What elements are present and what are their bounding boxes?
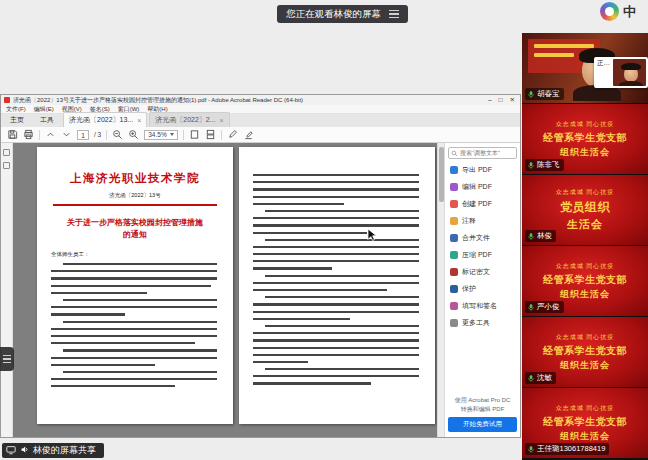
slide-text-bar: [534, 44, 594, 48]
document-title-line1: 关于进一步严格落实校园封控管理措施: [51, 217, 219, 230]
acrobat-toolbar: 1 / 3 34.5%: [1, 127, 520, 143]
tab-tools[interactable]: 工具: [33, 113, 61, 127]
maximize-button[interactable]: □: [499, 96, 503, 104]
zoom-level-dropdown[interactable]: 34.5%: [144, 130, 177, 140]
zoom-out-icon[interactable]: [112, 129, 123, 140]
free-trial-button[interactable]: 开始免费试用: [448, 417, 517, 432]
comment-pen-icon[interactable]: [227, 129, 238, 140]
tool-item-fill-sign[interactable]: 填写和签名: [445, 297, 520, 314]
attachments-panel-icon[interactable]: [3, 162, 10, 169]
doc-tab-inactive-label: 济光函〔2022〕2...: [155, 115, 215, 125]
window-title: 济光函〔2022〕13号关于进一步严格落实校园封控管理措施的通知(1).pdf …: [13, 96, 303, 105]
combine-files-icon: [450, 234, 458, 242]
screen-share-icon: [6, 445, 16, 457]
tool-item-label: 创建 PDF: [462, 199, 492, 209]
poster-line2: 经管系学生党支部: [543, 344, 627, 358]
participant-tile[interactable]: 众志成城 同心抗疫 经管系学生党支部 组织生活会 陈非飞: [522, 104, 648, 174]
toolbar-separator: [39, 130, 40, 140]
chevron-down-icon: [170, 133, 174, 136]
floating-video-window[interactable]: 正…: [594, 57, 648, 88]
poster-line1: 众志成城 同心抗疫: [556, 333, 615, 342]
floating-window-label: 正…: [594, 57, 611, 88]
tool-item-label: 标记密文: [462, 267, 490, 277]
document-title-line2: 的通知: [51, 229, 219, 242]
participant-name-tag: 王佳璐13061788419: [525, 443, 609, 455]
left-panel-rail: [1, 143, 13, 437]
tool-item-label: 注释: [462, 216, 476, 226]
participant-tile[interactable]: 众志成城 同心抗疫 经管系学生党支部 组织生活会 王佳璐13061788419: [522, 388, 648, 458]
tool-item-combine-files[interactable]: 合并文件: [445, 229, 520, 246]
search-icon: [451, 150, 458, 157]
print-icon[interactable]: [23, 129, 34, 140]
single-page-view-icon[interactable]: [189, 129, 200, 140]
save-icon[interactable]: [7, 129, 18, 140]
tools-search[interactable]: [448, 147, 517, 159]
tab-home[interactable]: 主页: [3, 113, 31, 127]
window-controls: – □ ✕: [488, 96, 517, 104]
document-viewport: 上海济光职业技术学院 济光函〔2022〕13号 关于进一步严格落实校园封控管理措…: [13, 143, 437, 437]
doc-tab-close-icon[interactable]: ×: [137, 117, 141, 124]
app-logo: 中: [600, 2, 636, 21]
acrobat-tabrow: 主页 工具 济光函〔2022〕13... × 济光函〔2022〕2... ×: [1, 114, 520, 127]
floating-window-video: [613, 59, 646, 86]
doc-tab-inactive[interactable]: 济光函〔2022〕2... ×: [149, 112, 229, 127]
tool-item-create-pdf[interactable]: 创建 PDF: [445, 195, 520, 212]
acrobat-titlebar: 济光函〔2022〕13号关于进一步严格落实校园封控管理措施的通知(1).pdf …: [1, 95, 520, 105]
sidebar-toggle-button[interactable]: [0, 347, 14, 371]
compress-pdf-icon: [450, 251, 458, 259]
highlighter-icon[interactable]: [243, 129, 254, 140]
zoom-in-icon[interactable]: [128, 129, 139, 140]
participant-tile[interactable]: 众志成城 同心抗疫 党员组织 生活会 林俊: [522, 175, 648, 245]
microphone-icon: [527, 303, 535, 312]
participant-name: 王佳璐13061788419: [537, 444, 605, 454]
doc-tab-close-icon[interactable]: ×: [220, 117, 224, 124]
document-number: 济光函〔2022〕13号: [51, 192, 219, 199]
poster-line2: 经管系学生党支部: [543, 131, 627, 145]
banner-menu-icon[interactable]: [389, 10, 399, 18]
export-pdf-icon: [450, 166, 458, 174]
close-button[interactable]: ✕: [510, 96, 515, 104]
pdf-page-2: [239, 147, 435, 424]
tools-search-input[interactable]: [460, 150, 514, 156]
tools-panel: 导出 PDF 编辑 PDF 创建 PDF 注释 合并文件: [444, 143, 520, 437]
tool-item-comment[interactable]: 注释: [445, 212, 520, 229]
bookmarks-panel-icon[interactable]: [3, 149, 10, 156]
previous-page-icon[interactable]: [45, 129, 56, 140]
vertical-scrollbar[interactable]: [437, 143, 444, 437]
poster-line3: 组织生活会: [560, 430, 610, 443]
doc-tab-active[interactable]: 济光函〔2022〕13... ×: [63, 112, 147, 127]
participant-name: 陈非飞: [537, 160, 560, 170]
poster-line3: 组织生活会: [560, 359, 610, 372]
minimize-button[interactable]: –: [488, 96, 492, 104]
edit-pdf-icon: [450, 183, 458, 191]
participant-name-tag: 林俊: [525, 230, 556, 242]
page-number-input[interactable]: 1: [77, 130, 89, 140]
poster-line2: 经管系学生党支部: [543, 273, 627, 287]
tool-item-redact[interactable]: 标记密文: [445, 263, 520, 280]
sidebar-toggle-icon: [3, 355, 11, 363]
toolbar-separator: [183, 130, 184, 140]
redact-icon: [450, 268, 458, 276]
poster-line2: 党员组织: [560, 199, 610, 216]
participant-tile[interactable]: 众志成城 同心抗疫 经管系学生党支部 组织生活会 严小俊: [522, 246, 648, 316]
participant-tile[interactable]: 众志成城 同心抗疫 经管系学生党支部 组织生活会 沈敏: [522, 317, 648, 387]
microphone-icon: [527, 374, 535, 383]
tool-item-edit-pdf[interactable]: 编辑 PDF: [445, 178, 520, 195]
tool-item-label: 保护: [462, 284, 476, 294]
participant-name: 林俊: [537, 231, 552, 241]
tool-item-protect[interactable]: 保护: [445, 280, 520, 297]
tool-item-label: 导出 PDF: [462, 165, 492, 175]
meeting-app: 您正在观看林俊的屏幕 中 济光函〔2022〕13号关于进一步严格落实校园封控管理…: [0, 0, 648, 460]
tool-item-more-tools[interactable]: 更多工具: [445, 314, 520, 331]
tool-item-export-pdf[interactable]: 导出 PDF: [445, 161, 520, 178]
tool-item-compress-pdf[interactable]: 压缩 PDF: [445, 246, 520, 263]
poster-line3: 生活会: [567, 217, 603, 232]
poster-line2: 经管系学生党支部: [543, 415, 627, 429]
more-tools-icon: [450, 319, 458, 327]
poster-line3: 组织生活会: [560, 146, 610, 159]
pinwheel-logo-icon: [600, 2, 619, 21]
body-text-lines: [253, 174, 421, 385]
next-page-icon[interactable]: [61, 129, 72, 140]
scrolling-view-icon[interactable]: [205, 129, 216, 140]
microphone-icon: [527, 232, 535, 241]
